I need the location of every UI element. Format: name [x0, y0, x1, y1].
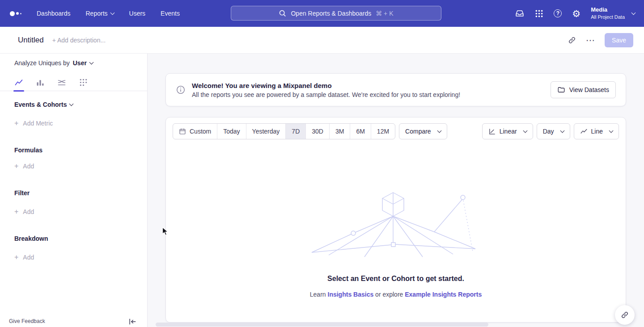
chevron-down-icon [560, 129, 564, 133]
metric-type-tabs [0, 74, 147, 91]
primary-nav: Dashboards Reports Users Events [37, 10, 180, 17]
project-switcher[interactable]: Media All Project Data [591, 6, 635, 20]
report-description-placeholder[interactable]: + Add description... [52, 37, 106, 44]
analyze-row: Analyze Uniques by User [14, 59, 93, 67]
more-options-icon[interactable]: ⋯ [586, 36, 595, 45]
report-title[interactable]: Untitled [18, 36, 44, 45]
report-canvas: Welcome! You are viewing a Mixpanel demo… [148, 54, 644, 327]
nav-right: ? ⚙ Media All Project Data [515, 0, 644, 27]
chart-card: Custom Today Yesterday 7D 30D 3M 6M 12M … [165, 117, 626, 323]
chevron-down-icon [609, 129, 614, 133]
date-range-3m[interactable]: 3M [329, 124, 350, 139]
nav-item-users[interactable]: Users [129, 10, 146, 17]
date-range-custom[interactable]: Custom [173, 124, 217, 139]
chevron-down-icon [437, 129, 441, 133]
or-explore-text: or explore [375, 291, 403, 298]
add-filter-button[interactable]: + Add [14, 208, 34, 215]
date-range-12m[interactable]: 12M [371, 124, 395, 139]
date-range-today[interactable]: Today [217, 124, 246, 139]
logo-dot [20, 13, 21, 14]
nav-item-events[interactable]: Events [161, 10, 180, 17]
inbox-icon[interactable] [515, 8, 525, 18]
empty-state-title: Select an Event or Cohort to get started… [166, 275, 626, 283]
search-icon [279, 9, 286, 17]
date-range-custom-label: Custom [190, 128, 211, 135]
plus-icon: + [14, 120, 18, 127]
chart-display-controls: Linear Day Line [482, 123, 619, 139]
share-link-icon[interactable] [568, 36, 576, 45]
plus-icon: + [14, 254, 18, 261]
link-icon [620, 310, 629, 319]
flows-tab-icon[interactable] [56, 74, 67, 91]
chevron-down-icon [631, 11, 636, 15]
add-breakdown-label: Add [23, 254, 34, 261]
chart-toolbar: Custom Today Yesterday 7D 30D 3M 6M 12M … [166, 117, 626, 139]
date-range-6m[interactable]: 6M [350, 124, 370, 139]
line-chart-icon [580, 128, 588, 135]
chevron-down-icon [110, 11, 114, 15]
date-range-30d[interactable]: 30D [305, 124, 329, 139]
collapse-sidebar-icon[interactable] [128, 317, 137, 326]
add-formula-label: Add [23, 163, 34, 170]
analyze-value-label: User [73, 59, 87, 67]
folder-icon [557, 86, 565, 94]
settings-gear-icon[interactable]: ⚙ [572, 9, 580, 18]
save-button[interactable]: Save [605, 33, 633, 47]
formulas-section-label: Formulas [14, 147, 42, 154]
view-datasets-button[interactable]: View Datasets [551, 81, 616, 98]
project-name: Media [591, 6, 625, 14]
date-range-control: Custom Today Yesterday 7D 30D 3M 6M 12M [173, 123, 395, 139]
chevron-down-icon [523, 129, 527, 133]
events-cohorts-section[interactable]: Events & Cohorts [14, 101, 73, 108]
nav-item-reports[interactable]: Reports [86, 10, 114, 17]
welcome-banner: Welcome! You are viewing a Mixpanel demo… [165, 73, 626, 106]
info-icon [176, 85, 186, 95]
bar-chart-tab-icon[interactable] [35, 74, 46, 91]
learn-prefix: Learn [310, 291, 326, 298]
nav-item-reports-label: Reports [86, 10, 108, 17]
banner-title: Welcome! You are viewing a Mixpanel demo [192, 82, 460, 89]
date-range-7d[interactable]: 7D [285, 124, 305, 139]
help-icon[interactable]: ? [554, 9, 562, 17]
retention-grid-tab-icon[interactable] [78, 74, 89, 91]
empty-state-links: Learn Insights Basics or explore Example… [166, 291, 626, 298]
copy-link-fab[interactable] [615, 305, 635, 325]
search-shortcut: ⌘ + K [376, 10, 393, 17]
apps-grid-icon[interactable] [535, 9, 543, 18]
search-placeholder: Open Reports & Dashboards [291, 10, 371, 17]
calendar-icon [179, 128, 186, 135]
view-datasets-label: View Datasets [569, 86, 609, 93]
give-feedback-link[interactable]: Give Feedback [9, 318, 45, 324]
logo-dot [10, 11, 15, 16]
add-formula-button[interactable]: + Add [14, 163, 34, 170]
compare-label: Compare [405, 128, 431, 135]
filter-section-label: Filter [14, 189, 30, 197]
compare-button[interactable]: Compare [399, 123, 447, 139]
logo-dot [16, 12, 19, 15]
report-actions: ⋯ Save [568, 33, 633, 47]
insights-basics-link[interactable]: Insights Basics [328, 291, 374, 298]
global-search[interactable]: Open Reports & Dashboards ⌘ + K [231, 6, 441, 21]
mixpanel-logo[interactable] [10, 11, 21, 16]
chart-type-selector[interactable]: Line [574, 123, 619, 139]
granularity-selector[interactable]: Day [537, 123, 570, 139]
chevron-down-icon [69, 102, 74, 106]
report-header: Untitled + Add description... ⋯ Save [0, 27, 644, 54]
analyze-value-dropdown[interactable]: User [73, 59, 93, 67]
analyze-label: Analyze Uniques by [14, 59, 70, 67]
nav-item-dashboards[interactable]: Dashboards [37, 10, 71, 17]
horizontal-scrollbar[interactable] [156, 323, 488, 327]
events-cohorts-label: Events & Cohorts [14, 101, 67, 108]
example-insights-reports-link[interactable]: Example Insights Reports [405, 291, 482, 298]
top-nav: Dashboards Reports Users Events Open Rep… [0, 0, 644, 27]
add-breakdown-button[interactable]: + Add [14, 254, 34, 261]
query-sidebar: Analyze Uniques by User [0, 54, 148, 327]
date-range-yesterday[interactable]: Yesterday [246, 124, 286, 139]
breakdown-section-label: Breakdown [14, 235, 48, 242]
add-metric-button[interactable]: + Add Metric [14, 120, 53, 127]
question-glyph: ? [554, 9, 562, 17]
insights-tab-icon[interactable] [13, 74, 24, 91]
scale-selector[interactable]: Linear [482, 123, 533, 139]
add-metric-label: Add Metric [23, 120, 53, 127]
plus-icon: + [14, 208, 18, 215]
